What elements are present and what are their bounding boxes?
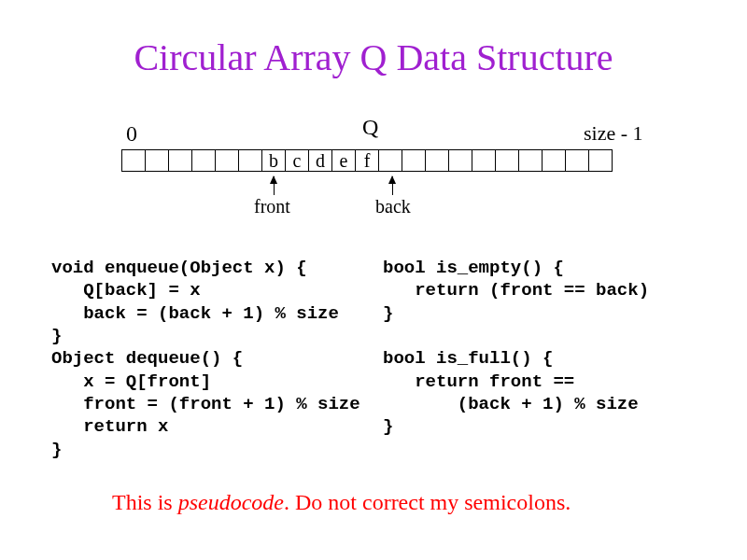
array-zero-label: 0 <box>126 121 137 147</box>
footer-post: . Do not correct my semicolons. <box>284 490 571 514</box>
front-arrow <box>274 176 275 195</box>
array-size-label: size - 1 <box>584 121 643 146</box>
cell: f <box>355 149 379 172</box>
cell <box>588 149 613 172</box>
cell <box>215 149 239 172</box>
cell <box>145 149 169 172</box>
cell <box>472 149 496 172</box>
array-cells: b c d e f <box>121 149 613 172</box>
code-right: bool is_empty() { return (front == back)… <box>383 257 649 439</box>
cell <box>448 149 472 172</box>
back-label: back <box>375 196 411 217</box>
back-arrow <box>392 176 393 195</box>
cell: c <box>285 149 309 172</box>
footer-pre: This is <box>112 490 178 514</box>
cell <box>238 149 262 172</box>
cell: e <box>331 149 356 172</box>
cell <box>542 149 566 172</box>
cell <box>518 149 543 172</box>
cell <box>168 149 192 172</box>
cell: d <box>308 149 332 172</box>
cell <box>402 149 426 172</box>
footer-note: This is pseudocode. Do not correct my se… <box>112 490 571 515</box>
array-name-label: Q <box>362 115 378 140</box>
slide-title: Circular Array Q Data Structure <box>0 0 747 79</box>
front-label: front <box>254 196 290 217</box>
code-left: void enqueue(Object x) { Q[back] = x bac… <box>51 257 360 461</box>
cell <box>378 149 402 172</box>
array-diagram: b c d e f <box>121 149 613 172</box>
cell <box>495 149 519 172</box>
cell: b <box>261 149 286 172</box>
footer-em: pseudocode <box>178 490 284 514</box>
cell <box>565 149 589 172</box>
cell <box>425 149 449 172</box>
cell <box>191 149 216 172</box>
cell <box>121 149 146 172</box>
